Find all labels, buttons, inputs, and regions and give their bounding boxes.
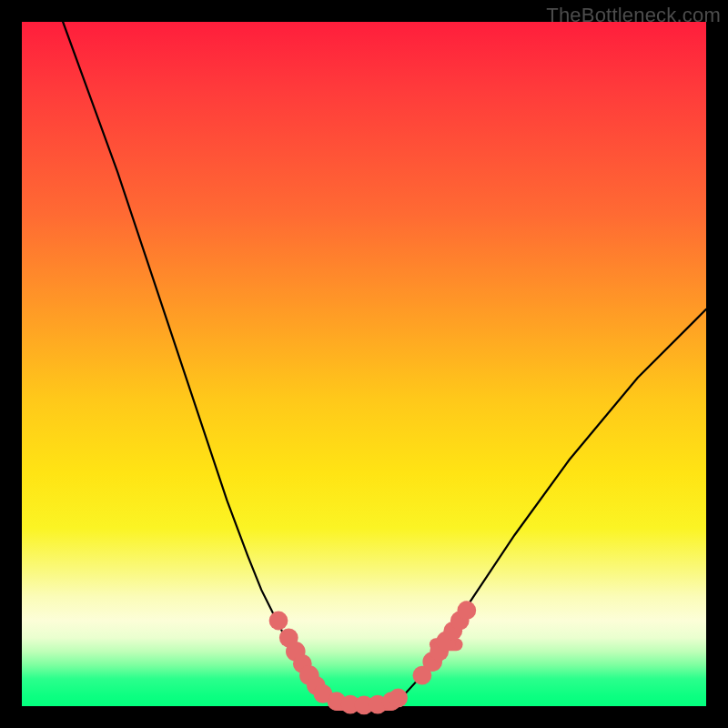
chart-frame: TheBottleneck.com (0, 0, 728, 728)
curve-layer (63, 22, 706, 705)
marker-layer (269, 601, 477, 714)
bottleneck-curve-path (63, 22, 706, 705)
chart-svg (22, 22, 706, 706)
marker-dot (269, 612, 288, 631)
marker-dot (457, 601, 476, 620)
watermark-text: TheBottleneck.com (546, 4, 721, 27)
marker-dot (389, 689, 408, 708)
plot-area (22, 22, 706, 706)
